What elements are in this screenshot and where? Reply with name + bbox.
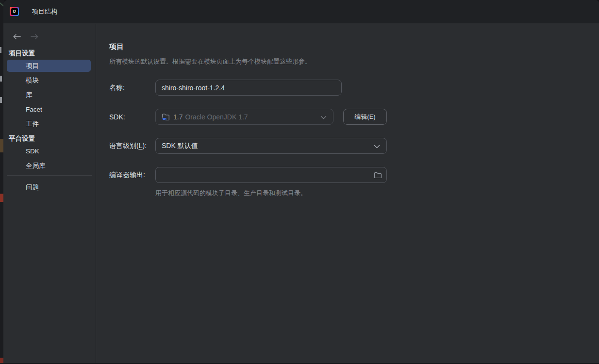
sdk-version: 1.7 xyxy=(173,113,183,121)
screen: IJ 项目结构 项目设置 项目 模块 xyxy=(0,0,599,364)
background-text-fragment xyxy=(0,76,2,82)
back-arrow-icon[interactable] xyxy=(11,33,22,41)
history-nav xyxy=(3,24,96,43)
sidebar-item-facets[interactable]: Facet xyxy=(3,103,96,116)
name-row: 名称: xyxy=(109,80,599,96)
background-color-fragment xyxy=(0,139,3,152)
compiler-output-row: 编译器输出: xyxy=(109,167,599,183)
project-name-input[interactable] xyxy=(155,80,342,96)
language-level-row: 语言级别(L): SDK 默认值 xyxy=(109,138,599,154)
compiler-output-field-wrap xyxy=(155,167,387,183)
sidebar-divider xyxy=(7,175,92,176)
jdk-icon xyxy=(162,113,170,121)
sdk-label: SDK: xyxy=(109,113,155,121)
background-color-fragment xyxy=(0,194,3,202)
dialog-title: 项目结构 xyxy=(32,7,57,16)
compiler-output-help: 用于相应源代码的模块子目录、生产目录和测试目录。 xyxy=(155,189,599,198)
dialog-titlebar: IJ 项目结构 xyxy=(3,0,599,23)
sidebar-item-artifacts[interactable]: 工件 xyxy=(3,118,96,130)
language-level-label: 语言级别(L): xyxy=(109,142,155,150)
page-description: 所有模块的默认设置。根据需要在模块页面上为每个模块配置这些形参。 xyxy=(109,57,599,66)
language-level-value: SDK 默认值 xyxy=(162,142,198,150)
project-settings-panel: 项目 所有模块的默认设置。根据需要在模块页面上为每个模块配置这些形参。 名称: … xyxy=(97,24,599,363)
sdk-name: Oracle OpenJDK 1.7 xyxy=(185,113,248,121)
sidebar-group-project-settings: 项目设置 xyxy=(3,47,96,60)
page-title: 项目 xyxy=(109,42,599,51)
sdk-dropdown[interactable]: 1.7 Oracle OpenJDK 1.7 xyxy=(155,109,333,125)
folder-browse-icon[interactable] xyxy=(374,171,382,179)
compiler-output-input[interactable] xyxy=(155,167,387,183)
forward-arrow-icon[interactable] xyxy=(29,33,40,41)
sidebar-item-project[interactable]: 项目 xyxy=(7,60,91,72)
sidebar-group-platform-settings: 平台设置 xyxy=(3,132,96,145)
chevron-down-icon xyxy=(320,113,327,121)
sidebar-item-sdks[interactable]: SDK xyxy=(3,145,96,157)
language-level-dropdown[interactable]: SDK 默认值 xyxy=(155,138,387,154)
settings-sidebar: 项目设置 项目 模块 库 Facet 工件 平台设置 SDK 全局库 问题 xyxy=(3,24,96,363)
project-structure-dialog: IJ 项目结构 项目设置 项目 模块 xyxy=(3,0,599,363)
intellij-logo-icon: IJ xyxy=(10,7,19,16)
name-label: 名称: xyxy=(109,83,155,92)
background-text-fragment xyxy=(0,47,1,53)
background-text-fragment xyxy=(0,97,2,103)
intellij-logo-text: IJ xyxy=(11,8,18,15)
sidebar-item-modules[interactable]: 模块 xyxy=(3,74,96,86)
chevron-down-icon xyxy=(374,142,380,150)
compiler-output-label: 编译器输出: xyxy=(109,171,155,180)
sidebar-item-problems[interactable]: 问题 xyxy=(3,181,96,193)
sdk-row: SDK: 1.7 Oracle OpenJDK 1.7 xyxy=(109,109,599,125)
project-form: 名称: SDK: 1.7 Oracl xyxy=(109,80,599,198)
sidebar-item-global-libraries[interactable]: 全局库 xyxy=(3,160,96,172)
edit-sdk-button[interactable]: 编辑(E) xyxy=(343,109,387,125)
sidebar-item-libraries[interactable]: 库 xyxy=(3,89,96,101)
